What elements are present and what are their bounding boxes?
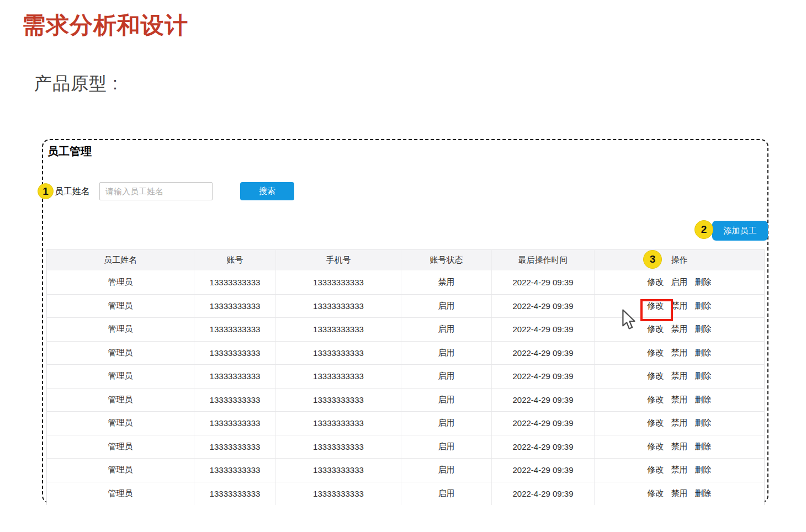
cell-name: 管理员 [47,389,194,412]
cell-account: 13333333333 [194,389,276,412]
cell-account: 13333333333 [194,365,276,388]
cell-name: 管理员 [47,295,194,318]
table-row: 管理员 13333333333 13333333333 禁用 2022-4-29… [47,270,764,294]
cell-account: 13333333333 [194,459,276,482]
header-cell-phone: 手机号 [276,250,401,270]
cell-actions: 修改 禁用 删除 [595,459,764,482]
cell-name: 管理员 [47,318,194,341]
action-delete[interactable]: 删除 [695,465,712,475]
action-edit[interactable]: 修改 [648,395,664,405]
action-edit[interactable]: 修改 [648,277,664,288]
highlight-box [640,299,673,321]
page-title: 需求分析和设计 [22,10,188,41]
cell-status: 启用 [401,435,492,459]
cell-actions: 修改 禁用 删除 [595,389,764,412]
action-edit[interactable]: 修改 [648,324,664,334]
cell-phone: 13333333333 [276,318,401,341]
cell-status: 启用 [401,412,492,435]
annotation-badge-2: 2 [694,220,713,239]
cell-phone: 13333333333 [276,412,401,435]
cell-time: 2022-4-29 09:39 [492,270,595,294]
header-cell-status: 账号状态 [401,250,492,270]
action-edit[interactable]: 修改 [648,441,664,452]
cell-status: 启用 [401,389,492,412]
search-button[interactable]: 搜索 [240,182,294,200]
table-row: 管理员 13333333333 13333333333 启用 2022-4-29… [47,411,764,435]
annotation-badge-1: 1 [38,183,54,199]
cell-name: 管理员 [47,412,194,435]
action-toggle-status[interactable]: 禁用 [671,418,688,428]
cell-account: 13333333333 [194,342,276,365]
cell-time: 2022-4-29 09:39 [492,459,595,482]
cell-actions: 修改 禁用 删除 [595,365,764,388]
action-edit[interactable]: 修改 [648,488,664,499]
cell-name: 管理员 [47,482,194,506]
action-toggle-status[interactable]: 禁用 [671,441,688,452]
action-edit[interactable]: 修改 [648,348,664,358]
action-toggle-status[interactable]: 禁用 [671,488,688,499]
cell-actions: 修改 启用 删除 [595,270,764,294]
table-row: 管理员 13333333333 13333333333 启用 2022-4-29… [47,341,764,365]
action-delete[interactable]: 删除 [695,324,712,334]
employee-name-input[interactable] [99,182,213,200]
header-cell-actions: 操作 [595,250,764,270]
action-toggle-status[interactable]: 禁用 [671,324,688,334]
cell-phone: 13333333333 [276,270,401,294]
annotation-badge-3: 3 [643,250,662,269]
cell-name: 管理员 [47,435,194,459]
cell-account: 13333333333 [194,435,276,459]
section-subtitle: 产品原型 : [34,72,118,96]
action-edit[interactable]: 修改 [648,418,664,428]
cell-time: 2022-4-29 09:39 [492,295,595,318]
cell-time: 2022-4-29 09:39 [492,412,595,435]
cell-phone: 13333333333 [276,342,401,365]
cell-name: 管理员 [47,459,194,482]
cell-phone: 13333333333 [276,482,401,506]
prototype-panel: 员工管理 1 员工姓名 搜索 2 添加员工 员工姓名 账号 手机号 账号状态 最… [42,139,768,503]
table-row: 管理员 13333333333 13333333333 启用 2022-4-29… [47,458,764,482]
cell-phone: 13333333333 [276,459,401,482]
action-toggle-status[interactable]: 启用 [671,277,688,288]
action-toggle-status[interactable]: 禁用 [671,301,688,311]
mouse-cursor-icon [622,309,637,332]
employee-name-label: 员工姓名 [55,182,90,200]
cell-phone: 13333333333 [276,435,401,459]
table-row: 管理员 13333333333 13333333333 启用 2022-4-29… [47,482,764,506]
employees-table: 员工姓名 账号 手机号 账号状态 最后操作时间 操作 管理员 133333333… [46,249,765,505]
action-delete[interactable]: 删除 [695,441,712,452]
cell-name: 管理员 [47,342,194,365]
action-delete[interactable]: 删除 [695,488,712,499]
cell-status: 启用 [401,482,492,506]
add-employee-button[interactable]: 添加员工 [712,221,768,241]
cell-phone: 13333333333 [276,365,401,388]
action-toggle-status[interactable]: 禁用 [671,348,688,358]
cell-time: 2022-4-29 09:39 [492,435,595,459]
action-delete[interactable]: 删除 [695,371,712,381]
cell-actions: 修改 禁用 删除 [595,295,764,318]
panel-title: 员工管理 [47,144,92,159]
action-toggle-status[interactable]: 禁用 [671,465,688,475]
cell-phone: 13333333333 [276,295,401,318]
header-cell-account: 账号 [194,250,276,270]
action-toggle-status[interactable]: 禁用 [671,371,688,381]
cell-status: 启用 [401,295,492,318]
cell-time: 2022-4-29 09:39 [492,342,595,365]
cell-actions: 修改 禁用 删除 [595,318,764,341]
action-delete[interactable]: 删除 [695,395,712,405]
action-edit[interactable]: 修改 [648,371,664,381]
action-toggle-status[interactable]: 禁用 [671,395,688,405]
action-delete[interactable]: 删除 [695,301,712,311]
header-cell-time: 最后操作时间 [492,250,595,270]
cell-account: 13333333333 [194,318,276,341]
action-delete[interactable]: 删除 [695,418,712,428]
action-delete[interactable]: 删除 [695,277,712,288]
action-delete[interactable]: 删除 [695,348,712,358]
cell-status: 禁用 [401,270,492,294]
cell-actions: 修改 禁用 删除 [595,412,764,435]
cell-account: 13333333333 [194,270,276,294]
cell-name: 管理员 [47,270,194,294]
action-edit[interactable]: 修改 [648,465,664,475]
header-cell-name: 员工姓名 [47,250,194,270]
cell-account: 13333333333 [194,482,276,506]
cell-status: 启用 [401,365,492,388]
